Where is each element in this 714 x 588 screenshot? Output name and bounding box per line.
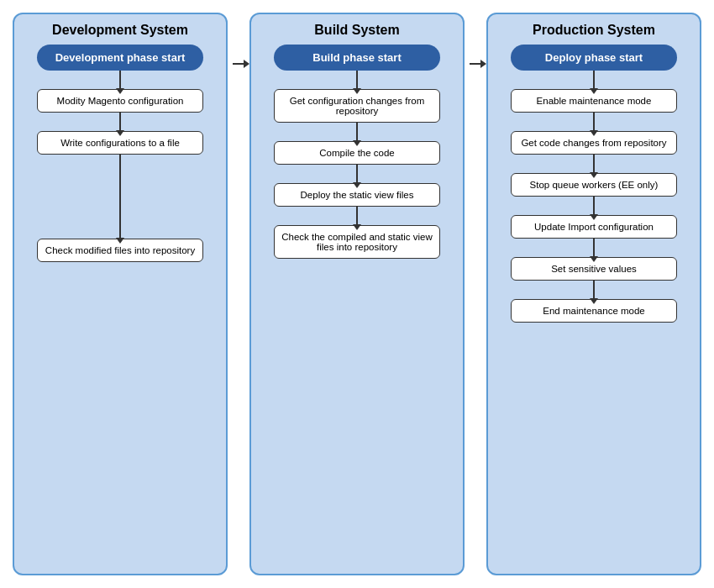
- prod-arrow-5: [593, 239, 595, 257]
- dev-column: Development System Development phase sta…: [13, 13, 228, 575]
- arrow-down-2: [119, 113, 121, 131]
- build-title: Build System: [314, 23, 399, 38]
- diagram-wrapper: Development System Development phase sta…: [4, 4, 710, 584]
- prod-arrow-2: [593, 113, 595, 131]
- build-phase-btn[interactable]: Build phase start: [274, 45, 439, 71]
- h-arrow-build-prod: [470, 13, 481, 575]
- arrow-down-1: [119, 71, 121, 89]
- prod-arrow-6: [593, 281, 595, 299]
- prod-title: Production System: [533, 23, 655, 38]
- prod-arrow-1: [593, 71, 595, 89]
- build-arrow-3: [356, 165, 358, 183]
- prod-header: Deploy phase start: [496, 45, 691, 71]
- build-header: Build phase start: [260, 45, 454, 71]
- prod-phase-btn[interactable]: Deploy phase start: [511, 45, 676, 71]
- prod-arrow-3: [593, 155, 595, 173]
- build-step-4: Check the compiled and static view files…: [274, 225, 439, 259]
- build-arrow-4: [356, 207, 358, 225]
- arrow-down-3: [119, 155, 121, 239]
- build-step-1: Get configuration changes from repositor…: [274, 89, 439, 123]
- h-arrow-dev-build: [233, 13, 244, 575]
- build-arrow-2: [356, 123, 358, 141]
- build-arrow-1: [356, 71, 358, 89]
- prod-arrow-4: [593, 197, 595, 215]
- build-column: Build System Build phase start Get confi…: [249, 13, 465, 575]
- dev-header: Development phase start: [23, 45, 218, 71]
- prod-column: Production System Deploy phase start Ena…: [486, 13, 701, 575]
- dev-phase-btn[interactable]: Development phase start: [37, 45, 202, 71]
- dev-title: Development System: [52, 23, 188, 38]
